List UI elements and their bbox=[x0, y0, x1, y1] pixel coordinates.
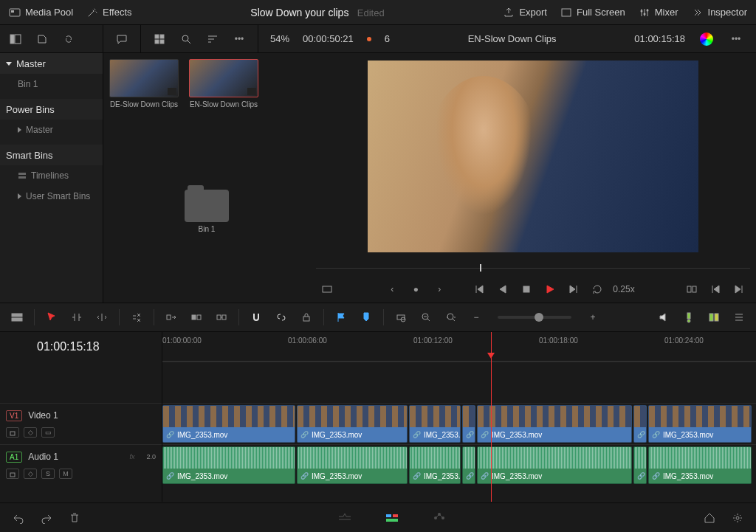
monitor-button[interactable] bbox=[706, 309, 722, 325]
selection-tool[interactable] bbox=[44, 309, 60, 325]
mark-in-button[interactable] bbox=[707, 281, 724, 297]
loop-button[interactable] bbox=[589, 281, 605, 297]
audio-track-1[interactable]: 🔗IMG_2353.mov🔗IMG_2353.mov🔗IMG_2353.mov🔗… bbox=[162, 444, 756, 486]
trim-tool[interactable] bbox=[69, 309, 85, 325]
go-start-button[interactable] bbox=[471, 281, 487, 297]
media-pool-tab[interactable]: Media Pool bbox=[9, 7, 73, 18]
clip-thumbnail-en[interactable]: EN-Slow Down Clips bbox=[189, 59, 258, 108]
inspector-button[interactable]: Inspector bbox=[692, 7, 747, 18]
user-smart-bins[interactable]: User Smart Bins bbox=[0, 186, 103, 207]
edit-page-tab[interactable] bbox=[383, 509, 401, 527]
zoom-slider[interactable] bbox=[498, 316, 571, 319]
thumbnail-view-button[interactable] bbox=[151, 31, 168, 47]
dynamic-trim-tool[interactable] bbox=[94, 309, 110, 325]
zoom-out-button[interactable]: − bbox=[468, 309, 484, 325]
replace-button[interactable] bbox=[213, 309, 230, 325]
smart-bins-header[interactable]: Smart Bins bbox=[0, 145, 103, 165]
blade-tool[interactable] bbox=[128, 309, 145, 325]
disable-track-button[interactable]: ▭ bbox=[41, 427, 55, 438]
playback-speed[interactable]: 0.25x bbox=[613, 284, 634, 294]
audio-track-header[interactable]: A1Audio 1fx2.0 ◇ S M bbox=[0, 444, 162, 486]
audio-clip[interactable]: 🔗IMG_2353.mov bbox=[648, 446, 752, 484]
audio-clip[interactable]: 🔗IMG_2353.mov bbox=[409, 446, 461, 484]
media-pool-panel[interactable]: DE-Slow Down Clips EN-Slow Down Clips Bi… bbox=[103, 53, 310, 303]
overwrite-button[interactable] bbox=[188, 309, 205, 325]
auto-select-button[interactable]: ◇ bbox=[24, 469, 37, 479]
export-button[interactable]: Export bbox=[503, 7, 547, 18]
timeline-ruler[interactable]: 01:00:00:00 01:00:06:00 01:00:12:00 01:0… bbox=[162, 332, 756, 362]
effects-tab[interactable]: Effects bbox=[86, 7, 132, 18]
delete-button[interactable] bbox=[66, 510, 83, 526]
redo-button[interactable] bbox=[38, 510, 55, 526]
audio-clip[interactable]: 🔗IMG_2353.mov bbox=[162, 446, 295, 484]
audio-clip[interactable]: 🔗IMG_2353.mov bbox=[297, 446, 408, 484]
video-clip[interactable]: 🔗I... bbox=[633, 405, 647, 443]
next-edit-button[interactable]: › bbox=[431, 281, 447, 297]
mark-out-button[interactable] bbox=[731, 281, 747, 297]
solo-button[interactable]: S bbox=[41, 469, 55, 479]
stop-button[interactable] bbox=[518, 281, 535, 297]
lock-track-button[interactable] bbox=[6, 427, 19, 438]
more-options-button[interactable]: ••• bbox=[231, 31, 247, 47]
v1-badge[interactable]: V1 bbox=[6, 410, 22, 421]
audio-clip[interactable]: 🔗I... bbox=[633, 446, 647, 484]
zoom-custom-button[interactable] bbox=[443, 309, 459, 325]
mute-button[interactable] bbox=[656, 309, 672, 325]
insert-button[interactable] bbox=[163, 309, 179, 325]
chat-button[interactable] bbox=[114, 31, 130, 47]
go-end-button[interactable] bbox=[566, 281, 582, 297]
color-wheel-button[interactable] bbox=[698, 31, 715, 47]
video-preview[interactable] bbox=[368, 61, 698, 252]
audio-clip[interactable]: 🔗I... bbox=[462, 446, 475, 484]
play-button[interactable] bbox=[542, 281, 558, 297]
flag-button[interactable] bbox=[333, 309, 349, 325]
playhead[interactable] bbox=[491, 332, 492, 502]
video-clip[interactable]: 🔗I... bbox=[462, 405, 475, 443]
video-clip[interactable]: 🔗IMG_2353.mov bbox=[162, 405, 295, 443]
mute-track-button[interactable]: M bbox=[59, 469, 72, 479]
home-button[interactable] bbox=[701, 510, 718, 526]
timeline-options-button[interactable] bbox=[731, 309, 747, 325]
audio-clip[interactable]: 🔗IMG_2353.mov bbox=[477, 446, 632, 484]
viewer-zoom[interactable]: 54% bbox=[270, 33, 289, 44]
prev-edit-button[interactable]: ‹ bbox=[384, 281, 400, 297]
timeline-tracks-area[interactable]: 01:00:00:00 01:00:06:00 01:00:12:00 01:0… bbox=[162, 332, 756, 502]
viewer-clip-name[interactable]: EN-Slow Down Clips bbox=[468, 33, 557, 44]
search-button[interactable] bbox=[178, 31, 194, 47]
timeline-timecode[interactable]: 01:00:15:18 bbox=[37, 340, 100, 353]
auto-select-button[interactable]: ◇ bbox=[24, 427, 37, 438]
zoom-detail-button[interactable] bbox=[418, 309, 434, 325]
clip-thumbnail-de[interactable]: DE-Slow Down Clips bbox=[109, 59, 179, 108]
viewer-scrubber[interactable] bbox=[310, 260, 756, 276]
video-track-header[interactable]: V1Video 1 ◇ ▭ bbox=[0, 403, 162, 444]
zoom-in-button[interactable]: + bbox=[585, 309, 601, 325]
source-timecode[interactable]: 00:00:50:21 bbox=[303, 33, 354, 44]
match-frame-button[interactable] bbox=[684, 281, 700, 297]
bin-1[interactable]: Bin 1 bbox=[0, 74, 103, 94]
undo-button[interactable] bbox=[10, 510, 27, 526]
layout-toggle-button[interactable] bbox=[7, 31, 24, 47]
sort-button[interactable] bbox=[205, 31, 221, 47]
video-clip[interactable]: 🔗IMG_2353.mov bbox=[477, 405, 632, 443]
mixer-button[interactable]: Mixer bbox=[639, 7, 678, 18]
timelines-smart-bin[interactable]: Timelines bbox=[0, 165, 103, 186]
sync-button[interactable] bbox=[61, 31, 77, 47]
lock-track-button[interactable] bbox=[6, 469, 19, 479]
power-bins-header[interactable]: Power Bins bbox=[0, 99, 103, 120]
link-button[interactable] bbox=[273, 309, 289, 325]
dim-button[interactable] bbox=[681, 309, 697, 325]
transform-button[interactable] bbox=[319, 281, 335, 297]
record-timecode[interactable]: 01:00:15:18 bbox=[634, 33, 685, 44]
timeline-view-button[interactable] bbox=[9, 309, 25, 325]
cut-page-tab[interactable] bbox=[336, 509, 354, 527]
video-track-1[interactable]: 🔗IMG_2353.mov🔗IMG_2353.mov🔗IMG_2353.mov🔗… bbox=[162, 403, 756, 444]
import-button[interactable] bbox=[34, 31, 50, 47]
marker-button[interactable] bbox=[358, 309, 374, 325]
zoom-fit-button[interactable] bbox=[393, 309, 409, 325]
fusion-page-tab[interactable] bbox=[430, 509, 448, 527]
viewer-options-button[interactable]: ••• bbox=[728, 31, 744, 47]
video-clip[interactable]: 🔗IMG_2353.mov bbox=[297, 405, 408, 443]
snap-button[interactable] bbox=[248, 309, 264, 325]
power-bin-master[interactable]: Master bbox=[0, 120, 103, 140]
lock-button[interactable] bbox=[298, 309, 315, 325]
